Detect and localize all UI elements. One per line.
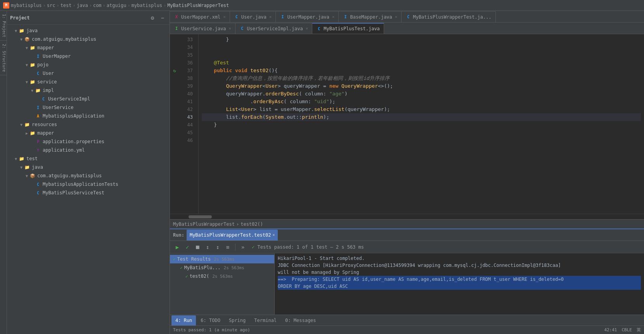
tree-com-pkg[interactable]: ▼ 📦 com.atguigu.mybatisplus: [7, 35, 170, 43]
tree-label-com: com.atguigu.mybatisplus: [32, 36, 96, 42]
tree-pojo[interactable]: ▼ 📁 pojo: [7, 61, 170, 69]
test-tree[interactable]: ✓ Test Results 2s 563ms ✓ MyBatisPlu... …: [170, 253, 275, 315]
tree-userserviceimpl[interactable]: C UserServiceImpl: [7, 95, 170, 103]
ln-45: 45: [179, 129, 195, 137]
tree-user[interactable]: C User: [7, 69, 170, 78]
pkg-icon: 📦: [24, 36, 30, 42]
content-area: X UserMapper.xml × C User.java × I UserM…: [170, 11, 644, 334]
arrow-mapper-res: ▶: [24, 131, 29, 135]
tab-mybatisplustest[interactable]: C MyBatisPlusTest.java: [312, 23, 384, 34]
xml-icon: X: [174, 14, 179, 20]
tab-user-java[interactable]: C User.java ×: [230, 11, 276, 22]
output-line-4: ==> Preparing: SELECT uid AS id,user_nam…: [278, 276, 641, 283]
test-item-test02[interactable]: ✓ test02( 2s 563ms: [170, 272, 274, 280]
tab-close-usermapper-java[interactable]: ×: [332, 14, 335, 19]
tree-userservice[interactable]: I UserService: [7, 103, 170, 112]
tab-close-userserviceimpl[interactable]: ×: [306, 26, 308, 31]
tab-close-userservice[interactable]: ×: [229, 26, 232, 31]
breadcrumb-atguigu: atguigu: [107, 3, 126, 8]
tab-usermapper-xml[interactable]: X UserMapper.xml ×: [170, 11, 230, 22]
tree-app-yml[interactable]: Y application.yml: [7, 146, 170, 154]
tree-mapper-res[interactable]: ▶ 📁 mapper: [7, 129, 170, 137]
status-right: 42:41 CBLE 英: [604, 327, 641, 333]
test-results-label: Test Results: [177, 256, 211, 262]
tab-label-user-java: User.java: [241, 14, 267, 20]
breadcrumb-com: com: [93, 3, 102, 8]
output-area[interactable]: HikariPool-1 - Start completed. JDBC Con…: [275, 253, 644, 315]
tree-apptests[interactable]: C MybatisplusApplicationTests: [7, 180, 170, 189]
check-btn[interactable]: ✓: [183, 243, 192, 251]
code-content[interactable]: } @Test public void test02(){ //查询用户信息，按…: [199, 34, 644, 214]
tab-close-usermapper-xml[interactable]: ×: [223, 14, 226, 19]
app-class-icon: A: [35, 113, 41, 119]
run-btn[interactable]: ▶: [173, 243, 182, 251]
tab-spring[interactable]: Spring: [225, 315, 249, 325]
tree-test[interactable]: ▼ 📁 test: [7, 154, 170, 163]
structure-side-tab[interactable]: 2: Structure: [0, 41, 7, 75]
code-line-43: list.forEach(System.out::println);: [202, 113, 641, 121]
tree-label-com-test: com.atguigu.mybatisplus: [37, 173, 102, 178]
tab-userserviceimpl[interactable]: C UserServiceImpl.java ×: [235, 23, 312, 34]
output-line-2: JDBC Connection [HikariProxyConnection@1…: [278, 262, 641, 269]
bc-sep: ›: [236, 222, 239, 227]
ln-34: 34: [179, 43, 195, 51]
tree-mybatisapp[interactable]: A MybatisplusApplication: [7, 112, 170, 120]
tab-close-user-java[interactable]: ×: [269, 14, 272, 19]
sort-desc-btn[interactable]: ↕: [213, 243, 222, 251]
tab-userservice[interactable]: I UserService.java ×: [170, 23, 235, 34]
horizontal-scrollbar[interactable]: [170, 214, 644, 219]
test-item-suite[interactable]: ✓ MyBatisPlu... 2s 563ms: [170, 263, 274, 272]
tab-messages[interactable]: 0: Messages: [281, 315, 320, 325]
sort-asc-btn[interactable]: ↕: [203, 243, 212, 251]
run-toolbar: Run: MyBatisPlusWrapperTest.test02 ×: [170, 229, 644, 241]
tree-label-apptests: MybatisplusApplicationTests: [43, 182, 118, 187]
tree-impl[interactable]: ▼ 📁 impl: [7, 86, 170, 95]
tree-usermapper[interactable]: I UserMapper: [7, 52, 170, 61]
usermapper-java-icon: I: [280, 14, 285, 20]
gutter-44: [170, 121, 179, 129]
forward-btn[interactable]: »: [239, 243, 247, 251]
tree-app-props[interactable]: P application.properties: [7, 137, 170, 146]
tab-basemapper-java[interactable]: I BaseMapper.java ×: [339, 11, 402, 22]
service-folder-icon: 📁: [29, 79, 36, 85]
tree-label-service: service: [37, 79, 57, 85]
status-lang: 英: [637, 327, 641, 333]
tree-mapper-pkg[interactable]: ▼ 📁 mapper: [7, 43, 170, 52]
tab-todo[interactable]: 6: TODO: [197, 315, 224, 325]
wrappertest-icon: C: [405, 14, 411, 20]
suite-label: MyBatisPlu...: [184, 265, 221, 270]
tree-resources[interactable]: ▼ 📁 resources: [7, 120, 170, 129]
test-item-results[interactable]: ✓ Test Results 2s 563ms: [170, 255, 274, 263]
tab-spring-label: Spring: [229, 318, 246, 323]
tab-wrappertest-java[interactable]: C MyBatisPlusWrapperTest.ja...: [402, 11, 495, 22]
tab-terminal[interactable]: Terminal: [250, 315, 280, 325]
code-container[interactable]: ↻ 33 34 35 36 37: [170, 34, 644, 214]
tree-com-test[interactable]: ▼ 📦 com.atguigu.mybatisplus: [7, 171, 170, 180]
arrow-test: ▼: [13, 157, 19, 161]
sync-btn[interactable]: ⚙: [149, 14, 156, 22]
tree-java-test[interactable]: ▼ 📁 java: [7, 163, 170, 171]
line-numbers: 33 34 35 36 37 38 39 40 41 42 43 44 45 4…: [179, 34, 199, 214]
collapse-btn[interactable]: −: [159, 14, 166, 22]
stop-btn[interactable]: ⏹: [193, 243, 202, 251]
list-btn[interactable]: ≡: [223, 243, 232, 251]
project-tree[interactable]: ▼ 📁 java ▼ 📦 com.atguigu.mybatisplus ▼ 📁…: [7, 25, 170, 334]
test-folder-icon: 📁: [19, 156, 25, 162]
gutter-40: [170, 90, 179, 98]
tab-usermapper-java[interactable]: I UserMapper.java ×: [276, 11, 339, 22]
project-side-tab[interactable]: 1: Project: [0, 11, 7, 41]
run-tab[interactable]: MyBatisPlusWrapperTest.test02 ×: [187, 230, 278, 241]
tab-run[interactable]: 4: Run: [171, 315, 196, 325]
arrow-pojo: ▼: [24, 63, 29, 67]
tab-close-basemapper-java[interactable]: ×: [395, 14, 398, 19]
run-tab-close[interactable]: ×: [272, 233, 275, 237]
tree-servicetests[interactable]: C MyBatisPlusServiceTest: [7, 189, 170, 197]
ln-40: 40: [179, 90, 195, 98]
tree-java[interactable]: ▼ 📁 java: [7, 26, 170, 35]
tree-service[interactable]: ▼ 📁 service: [7, 78, 170, 86]
gutter-37: ↻: [170, 67, 179, 74]
code-line-40: queryWrapper.orderByDesc( column: "age"): [202, 90, 641, 98]
run-tab-label: MyBatisPlusWrapperTest.test02: [190, 232, 271, 238]
status-left: Tests passed: 1 (a minute ago): [173, 327, 250, 332]
tree-label-userservice: UserService: [43, 105, 73, 110]
